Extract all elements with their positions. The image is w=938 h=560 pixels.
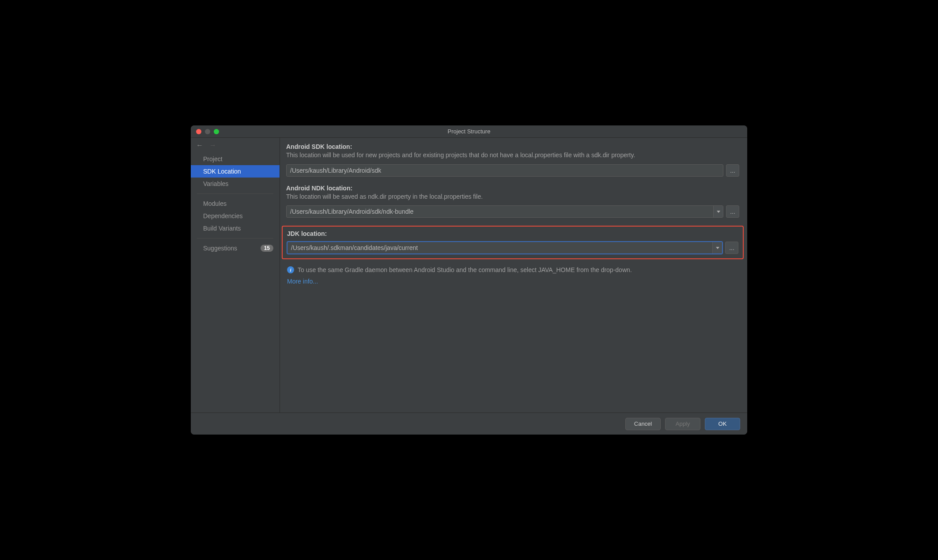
ndk-input-row: ... xyxy=(286,205,739,218)
info-text: To use the same Gradle daemon between An… xyxy=(298,266,632,273)
jdk-location-title: JDK location: xyxy=(287,230,738,237)
footer: Cancel Apply OK xyxy=(191,412,747,435)
info-icon: i xyxy=(287,266,294,273)
jdk-input-row: ... xyxy=(287,242,738,254)
ndk-location-input[interactable] xyxy=(287,206,713,217)
window-title: Project Structure xyxy=(448,128,491,135)
sidebar-item-dependencies[interactable]: Dependencies xyxy=(191,210,280,222)
jdk-dropdown-button[interactable] xyxy=(712,242,722,254)
minimize-window-button[interactable] xyxy=(205,129,210,134)
sidebar-item-build-variants[interactable]: Build Variants xyxy=(191,222,280,235)
ellipsis-icon: ... xyxy=(729,244,734,251)
sidebar-item-project[interactable]: Project xyxy=(191,153,280,165)
sidebar-item-label: Build Variants xyxy=(203,225,241,232)
sidebar-item-sdk-location[interactable]: SDK Location xyxy=(191,165,280,178)
apply-button[interactable]: Apply xyxy=(665,418,700,430)
sidebar-item-label: Variables xyxy=(203,180,228,187)
ndk-browse-button[interactable]: ... xyxy=(726,205,739,218)
info-row: i To use the same Gradle daemon between … xyxy=(287,266,738,273)
jdk-browse-button[interactable]: ... xyxy=(725,242,738,254)
jdk-location-combo[interactable] xyxy=(287,242,722,254)
sidebar: ← → Project SDK Location Variables Modul… xyxy=(191,138,280,412)
sdk-location-title: Android SDK location: xyxy=(286,143,739,150)
window-body: ← → Project SDK Location Variables Modul… xyxy=(191,138,747,412)
content-panel: Android SDK location: This location will… xyxy=(280,138,747,412)
sidebar-item-label: SDK Location xyxy=(203,168,241,175)
ellipsis-icon: ... xyxy=(730,208,735,215)
sidebar-divider xyxy=(197,238,273,238)
sdk-browse-button[interactable]: ... xyxy=(726,164,739,177)
ndk-location-desc: This location will be saved as ndk.dir p… xyxy=(286,193,739,201)
cancel-button[interactable]: Cancel xyxy=(625,418,661,430)
ndk-location-title: Android NDK location: xyxy=(286,185,739,192)
sidebar-list: Project SDK Location Variables Modules D… xyxy=(191,152,280,254)
chevron-down-icon xyxy=(717,211,720,213)
sidebar-item-label: Dependencies xyxy=(203,212,243,219)
back-arrow-icon[interactable]: ← xyxy=(196,141,203,149)
jdk-highlighted-section: JDK location: ... xyxy=(282,226,744,259)
project-structure-window: Project Structure ← → Project SDK Locati… xyxy=(191,125,747,435)
nav-arrows: ← → xyxy=(191,138,280,152)
ndk-dropdown-button[interactable] xyxy=(713,206,723,217)
maximize-window-button[interactable] xyxy=(214,129,219,134)
ellipsis-icon: ... xyxy=(730,167,735,174)
more-info-link[interactable]: More info... xyxy=(287,278,739,285)
sidebar-divider xyxy=(197,193,273,194)
close-window-button[interactable] xyxy=(196,129,201,134)
sidebar-item-variables[interactable]: Variables xyxy=(191,178,280,190)
suggestions-badge: 15 xyxy=(261,245,273,252)
chevron-down-icon xyxy=(716,247,719,249)
traffic-lights xyxy=(191,129,219,134)
sdk-input-row: ... xyxy=(286,164,739,177)
forward-arrow-icon: → xyxy=(209,141,216,149)
ndk-location-combo[interactable] xyxy=(286,205,723,218)
sidebar-item-label: Modules xyxy=(203,200,227,207)
ok-button[interactable]: OK xyxy=(705,418,740,430)
sidebar-item-modules[interactable]: Modules xyxy=(191,197,280,210)
sidebar-item-label: Project xyxy=(203,155,223,163)
sdk-location-input[interactable] xyxy=(286,164,723,177)
titlebar: Project Structure xyxy=(191,125,747,138)
sidebar-item-label: Suggestions xyxy=(203,245,237,252)
jdk-location-input[interactable] xyxy=(287,242,712,254)
sidebar-item-suggestions[interactable]: Suggestions 15 xyxy=(191,242,280,254)
sdk-location-desc: This location will be used for new proje… xyxy=(286,151,739,160)
